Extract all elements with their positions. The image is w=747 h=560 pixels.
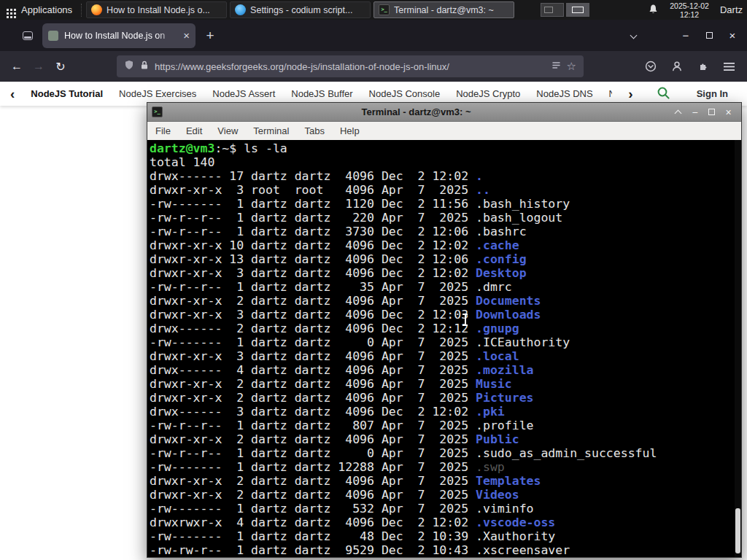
file-name: .swp (476, 460, 505, 474)
list-all-tabs-button[interactable] (623, 26, 643, 46)
active-tab[interactable]: How to Install Node.js on × (42, 23, 196, 48)
maximize-icon (706, 32, 713, 39)
menu-file[interactable]: File (155, 125, 171, 136)
file-name: .bashrc (476, 225, 527, 238)
extensions-puzzle-icon[interactable] (692, 56, 713, 77)
pocket-icon[interactable] (640, 56, 661, 77)
ls-row: drwx------ 2 dartz dartz 4096 Dec 2 12:1… (150, 322, 741, 335)
nav-scroll-right-icon[interactable]: › (628, 87, 632, 101)
menu-help[interactable]: Help (340, 125, 360, 136)
pager-window-outline (572, 7, 584, 13)
workspace-1[interactable] (541, 3, 564, 17)
site-search-icon[interactable] (657, 86, 670, 102)
lock-icon[interactable] (140, 60, 149, 73)
applications-menu[interactable]: Applications (0, 0, 78, 20)
command-text: ls -la (244, 141, 287, 155)
ls-row: -rw------- 1 dartz dartz 48 Dec 2 10:39 … (150, 529, 741, 543)
clock[interactable]: 2025-12-02 12:12 (670, 1, 709, 19)
nav-scroll-left-icon[interactable]: ‹ (10, 87, 15, 101)
tab-close-icon[interactable]: × (183, 29, 190, 42)
tab-favicon (48, 31, 58, 41)
ls-row: drwxr-xr-x 2 dartz dartz 4096 Apr 7 2025… (150, 391, 741, 405)
file-name: .ICEauthority (476, 335, 570, 349)
tab-title: How to Install Node.js on (64, 31, 177, 41)
pager-window-outline (544, 7, 553, 13)
reader-view-icon[interactable] (551, 60, 561, 73)
terminal-screen[interactable]: dartz@vm3:~$ ls -la total 140 drwx------… (147, 140, 741, 557)
taskbar-item-firefox[interactable]: How to Install Node.js o... (86, 1, 227, 18)
terminal-title: Terminal - dartz@vm3: ~ (163, 106, 670, 117)
file-name: .xscreensaver (476, 543, 570, 557)
window-minimize-button[interactable]: − (674, 25, 697, 47)
nav-item-console[interactable]: NodeJS Console (369, 88, 441, 99)
file-name: Templates (476, 474, 541, 488)
file-name: Videos (476, 488, 519, 502)
url-bar[interactable]: https://www.geeksforgeeks.org/node-js/in… (117, 55, 584, 77)
notifications-bell-icon[interactable] (648, 4, 659, 17)
ls-row: drwxr-xr-x 2 dartz dartz 4096 Apr 7 2025… (150, 377, 741, 391)
taskbar-item-terminal[interactable]: >_ Terminal - dartz@vm3: ~ (374, 1, 514, 18)
file-name: .mozilla (476, 363, 533, 377)
terminal-close-button[interactable]: × (720, 104, 737, 121)
chevron-up-icon (675, 110, 682, 117)
panel-separator (81, 4, 82, 17)
file-name: Downloads (476, 308, 541, 322)
terminal-maximize-button[interactable] (703, 104, 720, 121)
forward-button[interactable]: → (28, 55, 50, 77)
new-tab-button[interactable]: + (200, 26, 220, 46)
nav-item-dns[interactable]: NodeJS DNS (536, 88, 592, 99)
back-button[interactable]: ← (6, 55, 28, 77)
menu-terminal[interactable]: Terminal (253, 125, 289, 136)
terminal-shade-button[interactable] (670, 104, 686, 121)
chevron-down-icon (630, 32, 637, 39)
ls-row: drwxr-xr-x 3 dartz dartz 4096 Apr 7 2025… (150, 349, 741, 363)
ls-row: drwxr-xr-x 3 dartz dartz 4096 Dec 2 12:0… (150, 266, 741, 280)
nav-item-buffer[interactable]: NodeJS Buffer (291, 88, 352, 99)
applications-label: Applications (21, 4, 72, 15)
sign-in-button[interactable]: Sign In (697, 88, 728, 99)
nav-item-exercises[interactable]: NodeJS Exercises (119, 88, 196, 99)
clock-time: 12:12 (670, 10, 709, 19)
user-menu[interactable]: Dartz (720, 4, 743, 15)
file-name: .gnupg (476, 322, 519, 335)
firefox-view-icon (23, 31, 33, 40)
file-name: .vscode-oss (476, 516, 555, 529)
ls-row: -rw-rw-r-- 1 dartz dartz 9529 Dec 2 10:4… (150, 543, 741, 557)
nav-item-tutorial[interactable]: NodeJS Tutorial (31, 88, 103, 99)
firefox-icon (91, 4, 102, 15)
file-name: .sudo_as_admin_successful (476, 446, 657, 460)
terminal-output: drwx------ 17 dartz dartz 4096 Dec 2 12:… (150, 169, 741, 557)
ls-row: -rw-r--r-- 1 dartz dartz 807 Apr 7 2025 … (150, 419, 741, 432)
nav-item-assert[interactable]: NodeJS Assert (212, 88, 275, 99)
terminal-titlebar[interactable]: >_ Terminal - dartz@vm3: ~ − × (147, 103, 741, 122)
ls-row: drwxr-xr-x 2 dartz dartz 4096 Apr 7 2025… (150, 294, 741, 308)
terminal-window: >_ Terminal - dartz@vm3: ~ − × File Edit… (147, 102, 742, 558)
reload-button[interactable]: ↻ (50, 55, 71, 77)
menu-tabs[interactable]: Tabs (304, 125, 324, 136)
window-close-button[interactable]: × (721, 25, 744, 47)
ls-row: -rw------- 1 dartz dartz 0 Apr 7 2025 .I… (150, 335, 741, 349)
menu-edit[interactable]: Edit (186, 125, 202, 136)
menu-view[interactable]: View (217, 125, 238, 136)
terminal-scrollbar[interactable] (735, 140, 741, 557)
terminal-minimize-button[interactable]: − (686, 104, 703, 121)
firefox-view-button[interactable] (18, 26, 38, 46)
workspace-pager[interactable] (541, 3, 589, 17)
scrollbar-thumb[interactable] (735, 508, 740, 553)
menu-hamburger-icon[interactable] (719, 56, 740, 77)
terminal-icon: >_ (379, 4, 390, 15)
nav-item-crypto[interactable]: NodeJS Crypto (456, 88, 520, 99)
clock-date: 2025-12-02 (670, 1, 709, 10)
ls-row: -rw-r--r-- 1 dartz dartz 3730 Dec 2 12:0… (150, 225, 741, 238)
file-name: .bash_logout (476, 211, 562, 225)
window-maximize-button[interactable] (697, 25, 721, 47)
account-icon[interactable] (666, 56, 687, 77)
shield-icon[interactable] (124, 60, 134, 73)
bookmark-star-icon[interactable]: ☆ (567, 60, 576, 73)
ls-row: drwxr-xr-x 2 dartz dartz 4096 Apr 7 2025… (150, 474, 741, 488)
workspace-2[interactable] (566, 3, 589, 17)
file-name: . (476, 169, 483, 183)
taskbar-item-codium[interactable]: Settings - codium script... (230, 1, 371, 18)
nav-item-truncated[interactable]: Node (609, 88, 613, 99)
file-name: .viminfo (476, 502, 533, 516)
